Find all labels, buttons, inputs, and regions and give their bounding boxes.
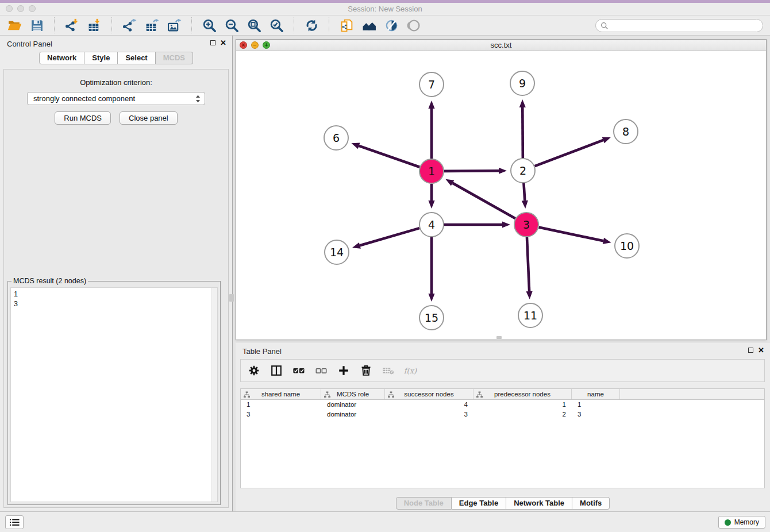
tab-node-table[interactable]: Node Table — [396, 497, 452, 510]
node-9[interactable]: 9 — [510, 71, 534, 95]
mcds-result-title: MCDS result (2 nodes) — [11, 277, 88, 285]
tab-edge-table[interactable]: Edge Table — [452, 497, 506, 510]
deselect-all-checkboxes-icon[interactable] — [314, 363, 329, 378]
edge-arrow-2-3 — [522, 201, 528, 209]
select-all-checkboxes-icon[interactable] — [291, 363, 306, 378]
export-network-icon[interactable] — [121, 17, 138, 33]
table-cell: 4 — [385, 401, 473, 408]
close-panel-icon[interactable]: ✕ — [220, 40, 226, 46]
toolbar-separator — [191, 17, 192, 33]
svg-text:14: 14 — [330, 246, 344, 259]
zoom-out-icon[interactable] — [223, 17, 240, 33]
add-icon[interactable] — [336, 363, 351, 378]
save-session-icon[interactable] — [28, 17, 45, 33]
column-header-predecessor-nodes[interactable]: predecessor nodes — [473, 389, 572, 399]
export-image-icon[interactable] — [165, 17, 183, 33]
edge-3-11[interactable] — [527, 237, 529, 291]
edge-4-14[interactable] — [360, 228, 419, 245]
node-6[interactable]: 6 — [324, 126, 348, 150]
node-15[interactable]: 15 — [419, 306, 444, 330]
node-8[interactable]: 8 — [614, 119, 638, 144]
column-header-name[interactable]: name — [572, 389, 620, 399]
tab-mcds[interactable]: MCDS — [156, 52, 193, 64]
node-2[interactable]: 2 — [511, 159, 535, 183]
tab-network-table[interactable]: Network Table — [506, 497, 572, 510]
memory-button[interactable]: Memory — [718, 516, 765, 529]
svg-text:10: 10 — [620, 240, 634, 252]
toggle-style-icon[interactable] — [383, 17, 400, 33]
node-14[interactable]: 14 — [325, 240, 349, 264]
edge-1-2[interactable] — [444, 171, 499, 171]
column-split-icon[interactable] — [269, 363, 284, 378]
application-window: Session: New Session Control Panel ✕ Net… — [0, 0, 770, 532]
node-3[interactable]: 3 — [514, 213, 538, 237]
column-header-mcds-role[interactable]: MCDS role — [321, 389, 385, 399]
gear-icon[interactable] — [247, 363, 261, 378]
import-table-icon[interactable] — [86, 17, 103, 33]
criterion-value: strongly connected component — [33, 94, 135, 103]
view-splitter-handle[interactable] — [496, 336, 502, 339]
homes-icon[interactable] — [360, 17, 378, 33]
column-header-shared-name[interactable]: shared name — [241, 389, 321, 399]
run-mcds-button[interactable]: Run MCDS — [55, 111, 111, 125]
tab-network[interactable]: Network — [39, 52, 84, 64]
float-panel-icon[interactable] — [210, 40, 215, 45]
task-history-button[interactable] — [5, 515, 24, 529]
table-row[interactable]: 1dominator411 — [241, 400, 764, 410]
clone-network-icon[interactable] — [338, 17, 355, 33]
edge-arrow-1-7 — [428, 101, 434, 109]
zoom-selected-icon[interactable] — [268, 17, 285, 33]
tab-select[interactable]: Select — [118, 52, 155, 64]
network-view-title: scc.txt — [236, 41, 766, 49]
table-cell: 3 — [385, 411, 473, 418]
open-session-icon[interactable] — [6, 17, 23, 33]
search-field[interactable] — [595, 19, 763, 32]
node-11[interactable]: 11 — [518, 303, 542, 327]
close-panel-button[interactable]: Close panel — [120, 111, 178, 125]
criterion-select[interactable]: strongly connected component — [27, 92, 205, 105]
network-canvas[interactable]: 7968124314101511 — [236, 51, 766, 340]
table-panel: Table Panel ✕ f(x) shared nameMCDS roles… — [236, 343, 770, 511]
node-7[interactable]: 7 — [419, 72, 444, 97]
svg-text:11: 11 — [523, 309, 537, 322]
edge-3-1[interactable] — [453, 183, 515, 219]
zoom-in-icon[interactable] — [201, 17, 218, 33]
zoom-fit-icon[interactable] — [245, 17, 263, 33]
memory-status-icon — [725, 519, 731, 526]
delete-table-icon[interactable] — [381, 363, 396, 378]
function-builder-icon[interactable]: f(x) — [403, 363, 418, 378]
node-1[interactable]: 1 — [419, 159, 444, 183]
float-table-panel-icon[interactable] — [748, 348, 753, 353]
export-table-icon[interactable] — [143, 17, 160, 33]
splitter-handle[interactable] — [229, 294, 234, 302]
table-row[interactable]: 3dominator323 — [241, 410, 764, 419]
import-network-icon[interactable] — [63, 17, 80, 33]
mcds-result-area[interactable]: 1 3 — [10, 287, 218, 502]
control-panel-tabs: NetworkStyleSelectMCDS — [0, 52, 232, 64]
edge-2-9[interactable] — [522, 107, 523, 158]
node-10[interactable]: 10 — [615, 234, 639, 258]
svg-text:6: 6 — [333, 132, 340, 144]
tab-style[interactable]: Style — [84, 52, 118, 64]
svg-text:3: 3 — [523, 218, 530, 231]
table-cell: 2 — [473, 411, 572, 418]
edge-arrow-2-8 — [602, 137, 611, 143]
tab-motifs[interactable]: Motifs — [572, 497, 610, 510]
column-type-icon — [244, 391, 250, 398]
node-table: shared nameMCDS rolesuccessor nodesprede… — [240, 388, 765, 488]
table-cell: 3 — [572, 411, 620, 418]
birds-eye-icon[interactable] — [405, 17, 422, 33]
toolbar-separator — [54, 17, 55, 33]
result-scrollbar[interactable] — [211, 288, 217, 502]
search-input[interactable] — [611, 22, 758, 30]
refresh-layout-icon[interactable] — [303, 17, 320, 33]
column-header-successor-nodes[interactable]: successor nodes — [385, 389, 473, 399]
node-4[interactable]: 4 — [419, 213, 444, 237]
close-table-panel-icon[interactable]: ✕ — [758, 347, 764, 353]
edge-2-8[interactable] — [535, 140, 603, 166]
trash-icon[interactable] — [359, 363, 374, 378]
edge-arrow-1-4 — [428, 201, 434, 209]
edge-1-6[interactable] — [359, 146, 420, 167]
edge-3-10[interactable] — [539, 228, 603, 241]
edge-2-3[interactable] — [523, 183, 525, 201]
